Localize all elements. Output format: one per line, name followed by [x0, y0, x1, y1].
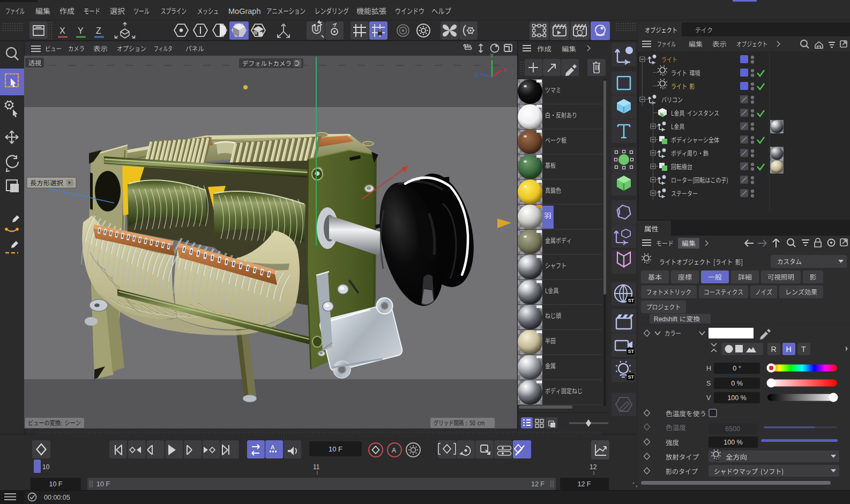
svg-text:T: T [801, 345, 806, 353]
svg-text:ST: ST [628, 374, 635, 380]
svg-text:100 %: 100 % [727, 394, 746, 402]
svg-text:ST: ST [628, 349, 635, 354]
svg-text:Z: Z [96, 26, 101, 35]
svg-text:ST: ST [646, 261, 650, 265]
svg-text:X: X [59, 26, 65, 35]
svg-text:12: 12 [590, 463, 597, 471]
svg-text:S: S [706, 380, 711, 387]
svg-text:ST: ST [662, 73, 666, 77]
svg-text:H: H [706, 365, 711, 372]
svg-text:A: A [271, 444, 275, 450]
svg-text:MoGraph: MoGraph [228, 7, 260, 16]
svg-text:10: 10 [42, 463, 50, 471]
svg-text:Y: Y [78, 26, 84, 35]
svg-text:ST: ST [715, 457, 720, 461]
svg-text:X: X [503, 66, 507, 73]
svg-text:H: H [786, 345, 792, 353]
svg-text:12 F: 12 F [531, 480, 545, 488]
svg-text:11: 11 [313, 463, 320, 471]
svg-text:100 %: 100 % [724, 439, 742, 446]
svg-text:00:00:05: 00:00:05 [44, 494, 70, 501]
svg-text:10 F: 10 F [49, 480, 62, 488]
svg-text:V: V [706, 394, 711, 402]
svg-text:Z: Z [475, 72, 479, 78]
svg-text:A: A [392, 447, 396, 454]
svg-text:10 F: 10 F [96, 480, 110, 488]
svg-text:6500: 6500 [725, 425, 740, 433]
svg-text:0 %: 0 % [731, 380, 743, 387]
svg-text:ST: ST [662, 86, 666, 90]
svg-text:Redshift: Redshift [654, 315, 678, 323]
svg-text:R: R [771, 345, 777, 353]
svg-text:12 F: 12 F [577, 480, 591, 488]
svg-text:Y: Y [490, 52, 494, 59]
svg-text:10 F: 10 F [329, 445, 342, 453]
svg-text:ST: ST [628, 298, 635, 303]
svg-text:0 °: 0 ° [733, 365, 741, 372]
